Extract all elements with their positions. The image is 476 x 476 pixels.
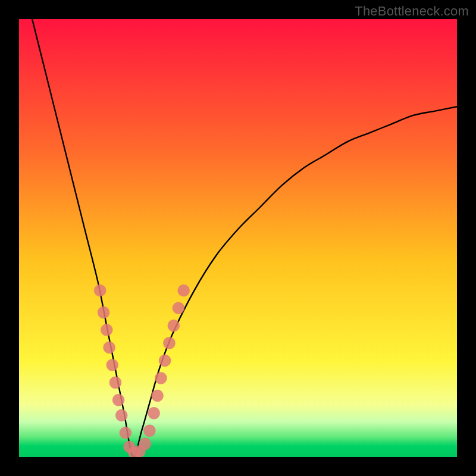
marker-dot (159, 355, 171, 367)
plot-svg (19, 19, 457, 457)
marker-dot (173, 302, 185, 314)
marker-dot (103, 342, 115, 354)
marker-dot (148, 407, 160, 419)
marker-dot (151, 390, 164, 402)
marker-dot (168, 320, 180, 332)
plot-area (19, 19, 457, 457)
marker-dot (120, 427, 132, 439)
marker-dot (98, 306, 110, 319)
marker-dot (139, 438, 152, 450)
marker-dot (106, 359, 118, 371)
marker-dot (94, 284, 107, 297)
marker-dot (143, 425, 156, 437)
marker-dot (155, 372, 167, 384)
chart-frame: TheBottleneck.com (0, 0, 476, 476)
marker-dot (109, 377, 122, 389)
marker-dot (115, 409, 128, 422)
marker-dot (163, 337, 176, 349)
marker-dot (177, 284, 190, 297)
marker-dot (112, 394, 125, 406)
gradient-background (19, 19, 457, 457)
marker-dot (101, 324, 113, 336)
watermark-text: TheBottleneck.com (355, 4, 469, 19)
